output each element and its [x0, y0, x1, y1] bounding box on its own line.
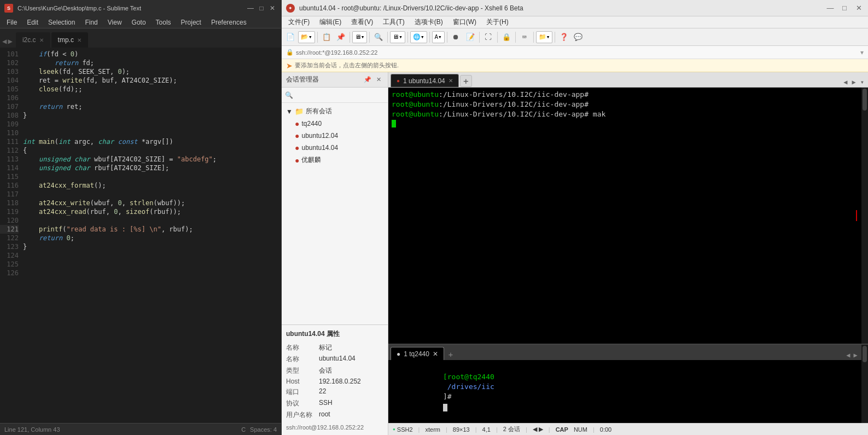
xshell-menu-window[interactable]: 窗口(W) [448, 16, 481, 28]
toolbar-transfer-dropdown[interactable]: 📁▾ [536, 31, 553, 43]
toolbar-paste[interactable]: 📌 [334, 31, 347, 44]
bottom-tab-prev[interactable]: ◀ [845, 350, 851, 360]
toolbar-connect-dropdown[interactable]: 🖥▾ [352, 31, 368, 43]
toolbar-globe-dropdown[interactable]: 🌐▾ [410, 31, 427, 43]
toolbar-sep-12 [555, 32, 555, 43]
toolbar-open-dropdown[interactable]: 📂▾ [298, 31, 315, 43]
toolbar-keyboard[interactable]: ⌨ [518, 31, 531, 44]
sublime-close-button[interactable]: ✕ [268, 4, 277, 13]
xshell-menu-view[interactable]: 查看(V) [347, 16, 377, 28]
toolbar-copy[interactable]: 📋 [320, 31, 333, 44]
status-sep-6: | [549, 426, 550, 433]
bottom-tab-close[interactable]: ✕ [433, 350, 438, 358]
prop-row-host: Host 192.168.0.252 [286, 376, 383, 386]
terminal-tab-menu[interactable]: ▾ [859, 77, 866, 87]
sublime-tabs-bar: ◀ ▶ i2c.c ✕ tmp.c ✕ [0, 28, 281, 48]
toolbar-screen-dropdown[interactable]: 🖥▾ [390, 31, 405, 43]
sidebar-close-btn[interactable]: ✕ [374, 75, 383, 85]
menu-edit[interactable]: Edit [22, 18, 43, 27]
toolbar-record[interactable]: ⏺ [450, 31, 463, 44]
terminal-pane-ubuntu[interactable]: root@ubuntu:/Linux-Drivers/10.I2C/iic-de… [388, 88, 868, 344]
status-size: 89×13 [453, 426, 470, 433]
xshell-titlebar: ✦ ubuntu14.04 - root@ubuntu: /Linux-Driv… [282, 0, 868, 16]
terminal-panes: root@ubuntu:/Linux-Drivers/10.I2C/iic-de… [388, 88, 868, 423]
bottom-add-tab[interactable]: + [445, 349, 456, 360]
menu-tools[interactable]: Tools [152, 18, 176, 27]
terminal-tab-next[interactable]: ▶ [850, 77, 858, 87]
scrollbar-thumb-top[interactable] [863, 89, 867, 111]
tab-tmpc[interactable]: tmp.c ✕ [51, 32, 88, 48]
address-expand-icon[interactable]: ▾ [860, 49, 864, 56]
xshell-menu-help[interactable]: 关于(H) [482, 16, 513, 28]
xshell-menu-tabs[interactable]: 选项卡(B) [410, 16, 447, 28]
xshell-maximize-button[interactable]: □ [840, 3, 849, 13]
terminal-tab-nav: ◀ ▶ ▾ [842, 77, 866, 87]
xshell-menu-file[interactable]: 文件(F) [284, 16, 314, 28]
xshell-menu-tools[interactable]: 工具(T) [378, 16, 409, 28]
time-display: 0:00 [600, 426, 611, 433]
xshell-statusbar: ● SSH2 | xterm | 89×13 | 4,1 | 2 会话 [388, 423, 868, 435]
status-term-label: xterm [425, 426, 440, 433]
toolbar-font-dropdown[interactable]: A▾ [432, 31, 445, 43]
session-item-ubuntu1204[interactable]: ● ubuntu12.04 [282, 130, 388, 142]
sublime-maximize-button[interactable]: □ [257, 4, 266, 13]
terminal-tab-prev[interactable]: ◀ [842, 77, 849, 87]
status-ssh: ● SSH2 [393, 426, 413, 433]
code-content[interactable]: if(fd < 0) return fd; lseek(fd, SEEK_SET… [21, 48, 281, 423]
terminal-tab-ubuntu1404[interactable]: ● 1 ubuntu14.04 ✕ [391, 74, 459, 87]
toolbar-sep-1 [317, 32, 318, 43]
prop-row-protocol: 协议 SSH [286, 398, 383, 409]
menu-view[interactable]: View [103, 18, 126, 27]
status-green-dot: ● [393, 427, 395, 432]
tab-nav-arrows: ◀ ▶ [2, 37, 13, 48]
session-all-folder[interactable]: ▼ 📁 所有会话 [282, 105, 388, 118]
prop-label-username: 用户名称 [286, 410, 319, 420]
menu-selection[interactable]: Selection [44, 18, 79, 27]
toolbar-new-session[interactable]: 📄 [284, 31, 297, 44]
menu-goto[interactable]: Goto [127, 18, 150, 27]
session-item-ubuntu1404[interactable]: ● ubuntu14.04 [282, 142, 388, 154]
toolbar-zoom-out[interactable]: 🔍 [372, 31, 385, 44]
scrollbar-thumb-bottom[interactable] [863, 346, 867, 362]
xshell-menu-edit[interactable]: 编辑(E) [315, 16, 346, 28]
statusbar-right: C Spaces: 4 [241, 426, 277, 433]
status-nav-arrows: ◀ ▶ [533, 426, 543, 433]
bottom-tab-dot: ● [397, 350, 400, 358]
code-editor-area[interactable]: 101 102 103 104 105 106 107 108 109 110 … [0, 48, 281, 423]
terminal-scrollbar-bottom[interactable] [861, 345, 868, 423]
tab-prev-arrow[interactable]: ◀ [2, 37, 7, 45]
sublime-minimize-button[interactable]: — [246, 4, 255, 13]
terminal-cursor [392, 120, 396, 127]
nav-prev-arrow[interactable]: ◀ [533, 426, 537, 433]
folder-icon: 📁 [295, 107, 304, 115]
toolbar-help[interactable]: ❓ [557, 31, 570, 44]
sidebar-pin-btn[interactable]: 📌 [363, 75, 372, 85]
terminal-bottom-tab-tq2440[interactable]: ● 1 tq2440 ✕ [391, 347, 444, 360]
xshell-minimize-button[interactable]: — [825, 3, 835, 13]
tab-i2c-close[interactable]: ✕ [39, 37, 44, 43]
nav-next-arrow[interactable]: ▶ [539, 426, 543, 433]
status-term: xterm [425, 426, 440, 433]
session-item-youqilin[interactable]: ● 优麒麟 [282, 154, 388, 166]
terminal-scrollbar-top[interactable] [861, 88, 868, 344]
tab-i2c[interactable]: i2c.c ✕ [16, 32, 50, 48]
terminal-tab-ubuntu-close[interactable]: ✕ [448, 78, 453, 84]
toolbar-chat[interactable]: 💬 [572, 31, 585, 44]
toolbar-fullscreen[interactable]: ⛶ [482, 31, 495, 44]
session-search-input[interactable] [295, 91, 385, 99]
menu-project[interactable]: Project [177, 18, 206, 27]
session-item-tq2440[interactable]: ● tq2440 [282, 118, 388, 130]
xshell-address-bar: 🔒 ssh://root:*@192.168.0.252:22 ▾ [282, 46, 868, 59]
bottom-tab-next[interactable]: ▶ [853, 350, 859, 360]
toolbar-lock[interactable]: 🔒 [500, 31, 513, 44]
menu-file[interactable]: File [2, 18, 21, 27]
tab-next-arrow[interactable]: ▶ [8, 37, 12, 45]
terminal-pane-tq2440[interactable]: ● 1 tq2440 ✕ + ◀ ▶ ▾ [root@tq2440 [388, 344, 868, 423]
caps-lock-indicator: CAP [556, 426, 568, 433]
toolbar-script[interactable]: 📝 [464, 31, 477, 44]
add-terminal-tab-button[interactable]: + [460, 75, 472, 87]
menu-preferences[interactable]: Preferences [207, 18, 251, 27]
xshell-close-button[interactable]: ✕ [854, 3, 864, 13]
tab-tmpc-close[interactable]: ✕ [77, 37, 81, 43]
menu-find[interactable]: Find [80, 18, 102, 27]
